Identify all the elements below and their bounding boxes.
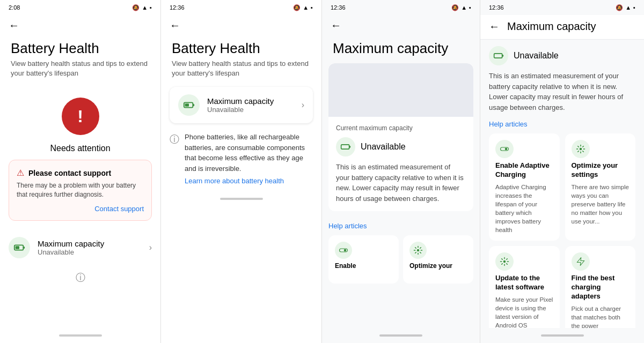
wifi-icon-2: ▲: [303, 4, 309, 11]
alert-body: There may be a problem with your battery…: [17, 181, 144, 199]
p4-article-3[interactable]: Find the best charging adapters Pick out…: [565, 246, 636, 328]
svg-point-14: [505, 148, 508, 151]
contact-support-btn[interactable]: Contact support: [17, 205, 144, 213]
wifi-icon-4: ▲: [625, 4, 631, 11]
signal-icon-3: 🔕: [451, 4, 459, 11]
back-button-2[interactable]: ←: [161, 15, 321, 36]
page-title-3: Maximum capacity: [322, 36, 480, 63]
enable-icon-circle: [335, 242, 352, 259]
panel3-content: Current maximum capacity Unavailable Thi…: [322, 63, 480, 328]
article-title-optimize: Optimize your: [409, 262, 467, 271]
p4-article-title-0: Enable Adaptive Charging: [495, 161, 553, 180]
capacity-label-2: Maximum capacity: [207, 96, 294, 106]
content-2: Battery Health View battery health statu…: [161, 36, 321, 191]
chevron-icon-1: ›: [149, 243, 152, 252]
signal-icon: 🔕: [132, 4, 140, 11]
p4-article-desc-3: Pick out a charger that matches both the…: [572, 304, 630, 328]
help-article-optimize[interactable]: Optimize your: [403, 235, 473, 284]
attention-icon-wrap: !: [0, 87, 160, 139]
svg-rect-1: [23, 247, 25, 249]
panel-battery-health-desc: 12:36 🔕 ▲ ▪ ← Battery Health View batter…: [161, 0, 322, 343]
panel4-header: ← Maximum capacity: [480, 15, 644, 40]
svg-point-15: [579, 148, 582, 151]
article-title-enable: Enable: [335, 262, 392, 271]
p4-article-title-1: Optimize your settings: [572, 161, 630, 180]
back-button-3[interactable]: ←: [322, 15, 480, 36]
info-icon-row-1: ⓘ: [0, 266, 160, 289]
page-subtitle-1: View battery health status and tips to e…: [0, 59, 160, 87]
capacity-icon-2: [178, 94, 200, 116]
p4-desc: This is an estimated measurement of your…: [489, 71, 635, 113]
optimize-icon-circle: [409, 242, 427, 259]
time-4: 12:36: [489, 4, 504, 11]
svg-rect-11: [494, 54, 502, 58]
bottom-nav-2: [161, 191, 321, 206]
wifi-icon: ▲: [142, 4, 148, 11]
help-article-enable[interactable]: Enable: [328, 235, 399, 284]
status-icons-2: 🔕 ▲ ▪: [293, 4, 313, 11]
bottom-nav-1: [0, 328, 160, 343]
capacity-card-2[interactable]: Maximum capacity Unavailable ›: [170, 87, 313, 123]
help-articles-grid-3: Enable Optimize your: [322, 235, 480, 290]
status-icons-3: 🔕 ▲ ▪: [451, 4, 471, 11]
time-3: 12:36: [331, 4, 346, 11]
bottom-nav-4: [480, 328, 644, 343]
svg-rect-7: [349, 146, 351, 147]
capacity-value-1: Unavailable: [38, 248, 142, 256]
p4-article-desc-2: Make sure your Pixel device is using the…: [495, 295, 553, 328]
bottom-nav-3: [322, 328, 480, 343]
bottom-pill-3: [379, 334, 422, 337]
panel4-header-title: Maximum capacity: [507, 20, 596, 33]
p4-articles-grid: Enable Adaptive Charging Adaptive Chargi…: [489, 133, 635, 328]
status-bar-4: 12:36 🔕 ▲ ▪: [480, 0, 644, 15]
p4-article-desc-1: There are two simple ways you can preser…: [572, 183, 630, 226]
panel-max-capacity-detail: 12:36 🔕 ▲ ▪ ← Maximum capacity Unavailab…: [480, 0, 644, 343]
max-cap-card: Current maximum capacity Unavailable Thi…: [328, 63, 473, 211]
svg-rect-4: [193, 105, 194, 107]
status-icons-4: 🔕 ▲ ▪: [616, 4, 635, 11]
back-button-4[interactable]: ←: [489, 20, 500, 33]
p4-article-icon-0: [495, 140, 514, 158]
svg-rect-2: [16, 246, 19, 249]
status-bar-2: 12:36 🔕 ▲ ▪: [161, 0, 321, 15]
alert-title-row: ⚠ Please contact support: [17, 168, 144, 178]
content-1: Battery Health View battery health statu…: [0, 36, 160, 328]
p4-unavail-row: Unavailable: [489, 46, 635, 65]
p4-article-desc-0: Adaptive Charging increases the lifespan…: [495, 183, 553, 235]
p4-article-icon-1: [572, 140, 590, 158]
page-title-2: Battery Health: [161, 36, 321, 59]
battery-icon-4: ▪: [633, 4, 635, 11]
desc-body: Phone batteries, like all rechargeable b…: [185, 132, 313, 185]
p4-article-title-3: Find the best charging adapters: [572, 274, 630, 301]
back-button-1[interactable]: ←: [0, 15, 160, 36]
desc-text: Phone batteries, like all rechargeable b…: [185, 133, 305, 173]
bottom-pill-4: [541, 334, 584, 337]
page-subtitle-2: View battery health status and tips to e…: [161, 59, 321, 87]
panel4-inner: Unavailable This is an estimated measure…: [480, 40, 644, 328]
max-cap-card-inner: Current maximum capacity Unavailable Thi…: [328, 117, 473, 211]
signal-icon-2: 🔕: [293, 4, 301, 11]
wifi-icon-3: ▲: [461, 4, 467, 11]
p4-article-icon-3: [572, 252, 590, 271]
alert-card: ⚠ Please contact support There may be a …: [9, 160, 152, 221]
signal-icon-4: 🔕: [616, 4, 623, 11]
svg-rect-5: [185, 104, 189, 107]
svg-rect-12: [502, 55, 504, 56]
capacity-value-2: Unavailable: [207, 106, 294, 114]
p4-article-0[interactable]: Enable Adaptive Charging Adaptive Chargi…: [489, 133, 560, 241]
needs-attention-label: Needs attention: [0, 139, 160, 160]
capacity-row-1[interactable]: Maximum capacity Unavailable ›: [0, 229, 160, 266]
learn-more-link[interactable]: Learn more about battery health: [185, 177, 313, 185]
svg-point-10: [417, 249, 420, 252]
chevron-icon-2: ›: [302, 100, 304, 110]
battery-icon-2: ▪: [311, 4, 313, 11]
status-icons-1: 🔕 ▲ ▪: [132, 4, 152, 11]
unavail-text-3: Unavailable: [361, 142, 406, 152]
capacity-icon-1: [9, 237, 30, 258]
bottom-pill-1: [59, 334, 102, 337]
panel-max-capacity-mobile: 12:36 🔕 ▲ ▪ ← Maximum capacity Current m…: [322, 0, 480, 343]
p4-article-2[interactable]: Update to the latest software Make sure …: [489, 246, 560, 328]
p4-article-1[interactable]: Optimize your settings There are two sim…: [565, 133, 636, 241]
alert-title: Please contact support: [28, 169, 111, 177]
battery-icon-3: ▪: [469, 4, 471, 11]
